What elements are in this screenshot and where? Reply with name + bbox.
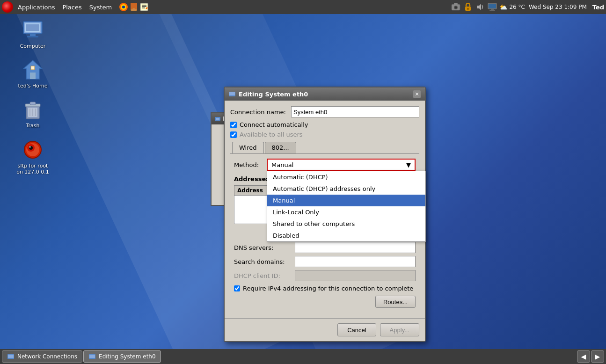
cancel-button[interactable]: Cancel [337,323,376,336]
tabs-row: Wired 802... [230,142,419,153]
computer-desktop-icon[interactable]: Computer [14,19,51,49]
sftp-icon-img [22,138,44,161]
method-option-manual[interactable]: Manual [267,195,425,206]
connect-auto-row: Connect automatically [230,121,419,128]
method-dropdown[interactable]: Manual ▼ Automatic (DHCP) Automatic (DHC… [267,159,416,171]
ipv4-checkbox-row: Require IPv4 addressing for this connect… [234,285,416,292]
method-option-auto-dhcp-addr[interactable]: Automatic (DHCP) addresses only [267,183,425,195]
text-editor-icon[interactable] [139,2,149,12]
connection-name-row: Connection name: [230,106,419,117]
search-domains-label: Search domains: [234,258,295,265]
app-icon [2,1,13,13]
sftp-desktop-icon[interactable]: sftp for root on 127.0.0.1 [14,138,51,175]
svg-point-2 [122,6,125,8]
apply-button[interactable]: Apply... [380,323,419,336]
applications-menu[interactable]: Applications [14,0,58,14]
screenshot-icon[interactable] [451,2,461,12]
trash-desktop-icon[interactable]: Trash [14,98,51,129]
desktop: Applications Places System [0,0,606,364]
dropdown-arrow-icon: ▼ [406,161,411,168]
dhcp-client-id-input [295,270,416,281]
taskbar-eth0-label: Editing System eth0 [99,353,156,360]
svg-point-40 [29,146,31,148]
method-selected-value: Manual [271,161,293,168]
svg-rect-48 [89,355,95,358]
search-domains-row: Search domains: [234,256,416,267]
teds-home-icon-label: ted's Home [18,83,48,89]
taskbar-right-btn[interactable]: ▶ [591,350,604,363]
svg-rect-28 [31,66,35,70]
connect-auto-checkbox[interactable] [230,122,237,128]
svg-rect-35 [28,108,37,117]
dialog-buttons: Cancel Apply... [225,318,425,341]
svg-rect-42 [216,118,219,120]
svg-rect-25 [26,24,39,31]
datetime-display: Wed Sep 23 1:09 PM [529,4,587,10]
weather-widget: ⛅ 26 °C [499,3,525,11]
connection-name-input[interactable] [291,106,419,117]
method-select-button[interactable]: Manual ▼ [267,159,416,171]
method-option-link-local[interactable]: Link-Local Only [267,206,425,218]
method-label: Method: [234,161,267,168]
tabs-container: Wired 802... [230,142,419,154]
weather-icon: ⛅ [499,3,507,11]
taskbar: Network Connections Editing System eth0 … [0,349,606,364]
tab-802[interactable]: 802... [265,142,296,153]
panel-right: ⛅ 26 °C Wed Sep 23 1:09 PM Ted [451,2,604,12]
dns-servers-input[interactable] [295,242,416,253]
connection-name-label: Connection name: [230,109,291,116]
svg-point-11 [455,7,457,9]
panel-left: Applications Places System [2,0,149,14]
svg-rect-31 [30,102,36,105]
dialog-body: Connection name: Connect automatically A… [225,101,425,318]
dns-servers-row: DNS servers: [234,242,416,253]
trash-icon-label: Trash [26,123,39,129]
search-domains-input[interactable] [295,256,416,267]
dialog-close-button[interactable]: ✕ [413,90,421,98]
home-icon-img [22,58,44,81]
method-row: Method: Manual ▼ Automatic (DHCP) Automa… [234,159,416,171]
dns-servers-label: DNS servers: [234,244,295,251]
dialog-titlebar: Editing System eth0 ✕ [225,87,425,101]
places-menu[interactable]: Places [58,0,85,14]
available-users-checkbox[interactable] [230,131,237,138]
editing-dialog: Editing System eth0 ✕ Connection name: C… [224,87,426,342]
monitor-icon[interactable] [487,2,497,12]
svg-point-14 [467,8,469,10]
taskbar-item-editing-eth0[interactable]: Editing System eth0 [83,350,161,363]
firefox-icon[interactable] [118,2,129,12]
dialog-title-icon [228,90,236,98]
taskbar-eth0-icon [88,353,96,360]
speaker-icon[interactable] [475,2,485,12]
dhcp-client-id-row: DHCP client ID: [234,270,416,281]
routes-button[interactable]: Routes... [375,296,416,308]
teds-home-desktop-icon[interactable]: ted's Home [14,58,51,89]
taskbar-nc-icon [7,353,15,360]
sftp-icon-label: sftp for root on 127.0.0.1 [14,163,51,175]
ipv4-label: Require IPv4 addressing for this connect… [243,285,413,292]
method-option-shared[interactable]: Shared to other computers [267,218,425,230]
svg-rect-44 [229,92,235,95]
available-users-row: Available to all users [230,131,419,138]
taskbar-left-btn[interactable]: ◀ [577,350,590,363]
bookmark-icon[interactable] [129,2,139,12]
svg-rect-19 [489,10,495,11]
lock-icon[interactable] [463,2,473,12]
trash-icon-img [22,98,44,121]
top-panel: Applications Places System [0,0,606,14]
method-option-auto-dhcp[interactable]: Automatic (DHCP) [267,171,425,183]
ipv4-checkbox[interactable] [234,285,240,291]
method-dropdown-menu: Automatic (DHCP) Automatic (DHCP) addres… [267,171,426,242]
taskbar-nc-label: Network Connections [17,353,77,360]
system-menu[interactable]: System [86,0,116,14]
dialog-title: Editing System eth0 [239,91,308,98]
available-users-label: Available to all users [240,131,303,138]
dhcp-client-id-label: DHCP client ID: [234,272,295,279]
svg-rect-23 [27,36,38,37]
method-option-disabled[interactable]: Disabled [267,230,425,241]
tab-wired[interactable]: Wired [232,142,264,153]
weather-temp: 26 °C [509,4,525,10]
nc-title-icon [214,116,221,122]
svg-rect-17 [489,4,496,8]
taskbar-item-network-connections[interactable]: Network Connections [2,350,82,363]
